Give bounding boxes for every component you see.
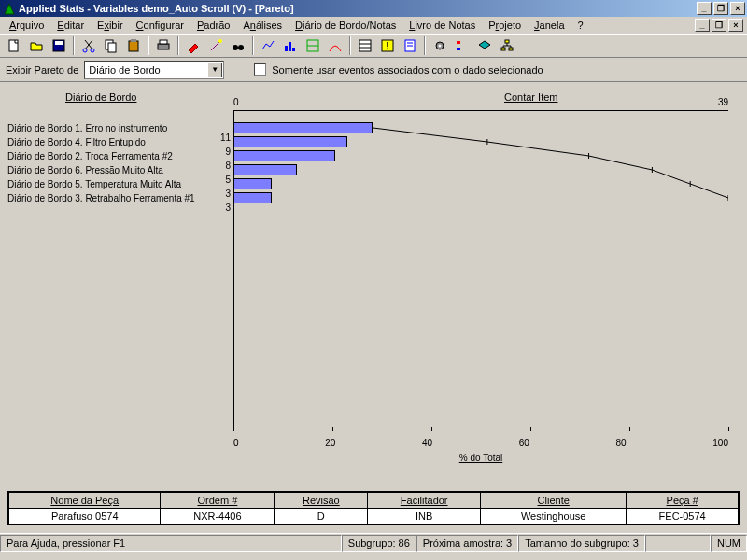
bar-value: 9: [212, 147, 231, 157]
statusbar: Para Ajuda, pressionar F1 Subgrupo: 86 P…: [0, 533, 747, 552]
open-icon[interactable]: [26, 35, 47, 56]
svg-marker-33: [479, 41, 490, 49]
info-table: Nome da PeçaOrdem #RevisãoFacilitadorCli…: [7, 491, 740, 525]
chart3-icon[interactable]: [303, 35, 323, 56]
control-bar: Exibir Pareto de Diário de Bordo ▼ Somen…: [0, 58, 747, 82]
close-button[interactable]: ×: [730, 2, 745, 15]
chevron-down-icon: ▼: [207, 63, 222, 77]
svg-rect-3: [55, 41, 63, 45]
menu-diario[interactable]: Diário de Bordo/Notas: [289, 19, 402, 32]
table-header: Revisão: [275, 493, 368, 509]
legend-icon[interactable]: [452, 35, 472, 56]
menu-help[interactable]: ?: [572, 19, 589, 32]
svg-rect-8: [129, 41, 138, 51]
svg-text:!: !: [386, 41, 388, 51]
svg-rect-10: [158, 44, 169, 49]
menu-janela[interactable]: Janela: [529, 19, 570, 32]
plot-area: 039 1198533 020406080100 % do Total: [233, 110, 728, 446]
menu-livro[interactable]: Livro de Notas: [403, 19, 481, 32]
cut-icon[interactable]: [78, 35, 99, 56]
print-icon[interactable]: [153, 35, 174, 56]
mdi-close-button[interactable]: ×: [728, 19, 743, 32]
bar-value: 8: [212, 161, 231, 171]
menu-analises[interactable]: Análises: [237, 19, 288, 32]
table-cell: Parafuso 0574: [9, 509, 161, 525]
item-label: Diário de Bordo 5. Temperatura Muito Alt…: [7, 177, 195, 191]
minimize-button[interactable]: _: [697, 2, 712, 15]
table-cell: Westinghouse: [481, 509, 627, 525]
titlebar: Applied Stats - Variables demo_Auto Scro…: [0, 0, 747, 17]
bar-value: 3: [212, 203, 231, 213]
svg-rect-32: [457, 48, 460, 50]
svg-rect-16: [285, 46, 288, 51]
maximize-button[interactable]: ❐: [713, 2, 728, 15]
paste-icon[interactable]: [123, 35, 144, 56]
alert-icon[interactable]: !: [377, 35, 398, 56]
table-cell: D: [275, 509, 368, 525]
table-header: Facilitador: [368, 493, 481, 509]
bar: [233, 192, 272, 203]
item-label: Diário de Bordo 3. Retrabalho Ferramenta…: [7, 191, 195, 205]
svg-point-13: [218, 39, 222, 43]
menu-editar[interactable]: Editar: [51, 19, 90, 32]
menu-exibir[interactable]: Exibir: [92, 19, 129, 32]
menu-padrao[interactable]: Padrão: [191, 19, 235, 32]
status-help: Para Ajuda, pressionar F1: [0, 535, 342, 552]
binoculars-icon[interactable]: [228, 35, 248, 56]
chart4-icon[interactable]: [325, 35, 345, 56]
status-num: NUM: [711, 535, 747, 552]
gear-icon[interactable]: [430, 35, 450, 56]
table-header: Ordem #: [161, 493, 275, 509]
table-header: Peça #: [627, 493, 739, 509]
bar: [233, 136, 347, 147]
bar: [233, 178, 272, 189]
svg-rect-17: [289, 42, 291, 51]
bar-value: 5: [212, 175, 231, 185]
svg-point-30: [439, 45, 442, 48]
chart2-icon[interactable]: [280, 35, 301, 56]
hierarchy-icon[interactable]: [497, 35, 517, 56]
pareto-dropdown[interactable]: Diário de Bordo ▼: [84, 61, 224, 79]
filter-checkbox[interactable]: [254, 63, 266, 76]
svg-rect-35: [501, 48, 505, 50]
table-header: Cliente: [481, 493, 627, 509]
note-icon[interactable]: [400, 35, 420, 56]
copy-icon[interactable]: [101, 35, 121, 56]
svg-rect-31: [457, 41, 460, 44]
status-proxima: Próxima amostra: 3: [416, 535, 518, 552]
save-icon[interactable]: [49, 35, 69, 56]
x-axis-label: % do Total: [233, 453, 728, 463]
bar: [233, 150, 335, 161]
bar: [233, 122, 373, 133]
mdi-restore-button[interactable]: ❐: [712, 19, 726, 32]
menu-projeto[interactable]: Projeto: [483, 19, 527, 32]
svg-rect-1: [9, 40, 18, 51]
table-cell: NXR-4406: [161, 509, 275, 525]
grid-icon[interactable]: [355, 35, 375, 56]
pareto-chart: Diário de Bordo Contar Item Diário de Bo…: [0, 82, 747, 483]
new-icon[interactable]: [4, 35, 24, 56]
toolbar: !: [0, 34, 747, 58]
window-title: Applied Stats - Variables demo_Auto Scro…: [19, 3, 697, 14]
svg-line-12: [211, 41, 220, 50]
wand-icon[interactable]: [205, 35, 226, 56]
item-label: Diário de Bordo 4. Filtro Entupido: [7, 135, 195, 149]
chart1-icon[interactable]: [258, 35, 278, 56]
table-header: Nome da Peça: [9, 493, 161, 509]
svg-rect-18: [292, 48, 295, 51]
tool-icon[interactable]: [183, 35, 204, 56]
svg-rect-21: [359, 40, 371, 51]
mdi-minimize-button[interactable]: _: [695, 19, 710, 32]
bar-value: 11: [212, 133, 231, 143]
menu-configurar[interactable]: Configurar: [131, 19, 190, 32]
svg-rect-11: [160, 40, 167, 44]
menubar: Arquivo Editar Exibir Configurar Padrão …: [0, 17, 747, 34]
layers-icon[interactable]: [474, 35, 495, 56]
status-subgrupo: Subgrupo: 86: [342, 535, 416, 552]
filter-label: Somente usar eventos associados com o da…: [272, 64, 543, 76]
svg-marker-0: [5, 4, 14, 14]
bar: [233, 164, 297, 175]
item-labels: Diário de Bordo 1. Erro no instrumentoDi…: [7, 121, 195, 205]
menu-arquivo[interactable]: Arquivo: [4, 19, 49, 32]
dropdown-value: Diário de Bordo: [89, 64, 160, 76]
